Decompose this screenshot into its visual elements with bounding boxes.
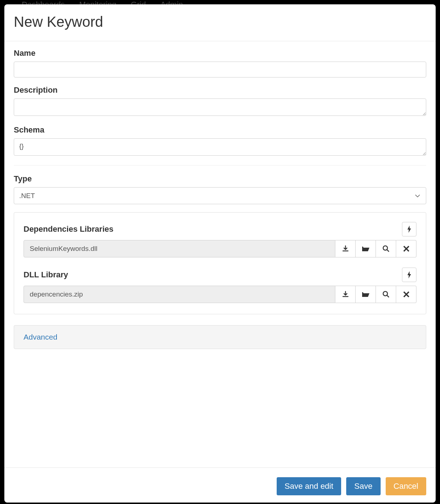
lightning-icon bbox=[407, 271, 412, 278]
dll-lightning-button[interactable] bbox=[402, 268, 416, 282]
save-button[interactable]: Save bbox=[346, 477, 380, 495]
download-icon bbox=[342, 291, 349, 298]
dependencies-section: Dependencies Libraries SeleniumKeywords.… bbox=[24, 222, 416, 257]
dependencies-title: Dependencies Libraries bbox=[24, 224, 113, 234]
folder-open-icon bbox=[362, 245, 370, 252]
dependencies-search-button[interactable] bbox=[376, 240, 396, 257]
download-icon bbox=[342, 245, 349, 252]
search-icon bbox=[382, 291, 390, 298]
libraries-panel: Dependencies Libraries SeleniumKeywords.… bbox=[14, 212, 426, 314]
svg-point-0 bbox=[383, 246, 387, 250]
dll-title: DLL Library bbox=[24, 270, 68, 280]
close-icon bbox=[403, 291, 410, 298]
close-icon bbox=[403, 245, 410, 252]
description-group: Description bbox=[14, 85, 426, 117]
dll-section: DLL Library depencencies.zip bbox=[24, 268, 416, 303]
schema-textarea[interactable]: {} bbox=[14, 138, 426, 156]
save-and-edit-button[interactable]: Save and edit bbox=[277, 477, 341, 495]
type-label: Type bbox=[14, 174, 426, 184]
dependencies-file-row: SeleniumKeywords.dll bbox=[24, 240, 416, 257]
modal-body: Name Description Schema {} Type .NET bbox=[4, 41, 436, 467]
background-nav: Dashboards Monitoring Grid Admin bbox=[0, 0, 440, 4]
cancel-button[interactable]: Cancel bbox=[386, 477, 426, 495]
name-input[interactable] bbox=[14, 62, 426, 77]
dependencies-file-name: SeleniumKeywords.dll bbox=[24, 240, 335, 257]
dependencies-remove-button[interactable] bbox=[396, 240, 416, 257]
svg-point-1 bbox=[383, 291, 387, 296]
type-select[interactable]: .NET bbox=[14, 187, 426, 204]
dll-file-row: depencencies.zip bbox=[24, 286, 416, 303]
dll-remove-button[interactable] bbox=[396, 286, 416, 303]
schema-label: Schema bbox=[14, 125, 426, 135]
type-group: Type .NET bbox=[14, 174, 426, 204]
modal-header: New Keyword bbox=[4, 4, 436, 41]
dll-open-button[interactable] bbox=[356, 286, 376, 303]
dependencies-open-button[interactable] bbox=[356, 240, 376, 257]
modal-footer: Save and edit Save Cancel bbox=[4, 467, 436, 503]
modal-title: New Keyword bbox=[14, 14, 426, 30]
advanced-panel[interactable]: Advanced bbox=[14, 325, 426, 349]
dll-download-button[interactable] bbox=[335, 286, 356, 303]
lightning-icon bbox=[407, 226, 412, 233]
dll-search-button[interactable] bbox=[376, 286, 396, 303]
dependencies-download-button[interactable] bbox=[335, 240, 356, 257]
name-label: Name bbox=[14, 49, 426, 58]
dependencies-lightning-button[interactable] bbox=[402, 222, 416, 236]
divider bbox=[14, 165, 426, 165]
folder-open-icon bbox=[362, 291, 370, 298]
description-label: Description bbox=[14, 85, 426, 95]
schema-group: Schema {} bbox=[14, 125, 426, 157]
description-textarea[interactable] bbox=[14, 98, 426, 116]
search-icon bbox=[382, 245, 390, 252]
dll-file-name: depencencies.zip bbox=[24, 286, 335, 303]
new-keyword-modal: New Keyword Name Description Schema {} T… bbox=[4, 4, 436, 503]
name-group: Name bbox=[14, 49, 426, 77]
advanced-link[interactable]: Advanced bbox=[24, 333, 57, 341]
